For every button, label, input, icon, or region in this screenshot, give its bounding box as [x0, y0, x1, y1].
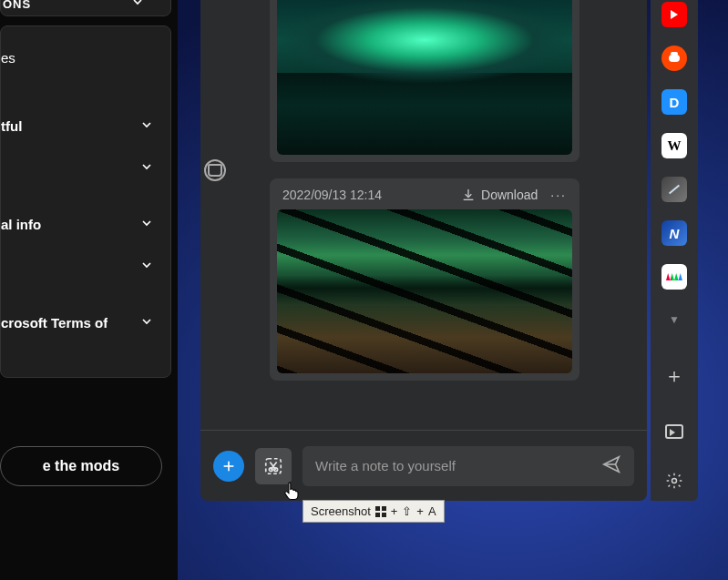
- left-row-blank1[interactable]: [1, 147, 170, 188]
- left-row-tful[interactable]: tful: [1, 105, 170, 147]
- chevron-down-icon: [139, 314, 154, 331]
- note-image-bridge[interactable]: [277, 209, 572, 373]
- add-app-button[interactable]: ＋: [664, 362, 684, 390]
- chevron-down-icon: [130, 0, 170, 13]
- mods-button-label: e the mods: [43, 458, 119, 474]
- row-label: al info: [1, 217, 41, 232]
- note-card[interactable]: 2022/09/13 12:14 Download ···: [270, 178, 579, 381]
- tooltip-plus: +: [391, 504, 398, 518]
- side-app-strip: D W N ▼ ＋: [651, 0, 698, 501]
- section-header-partial: ONS: [1, 0, 130, 11]
- screenshot-button[interactable]: [255, 448, 292, 484]
- mods-button[interactable]: e the mods: [0, 446, 162, 486]
- tooltip-text: Screenshot: [311, 504, 371, 518]
- tooltip-key: A: [428, 504, 436, 518]
- tooltip-plus: +: [416, 504, 424, 518]
- gear-icon[interactable]: [665, 472, 683, 494]
- more-apps-chevron-icon[interactable]: ▼: [669, 313, 680, 326]
- n-app-icon[interactable]: N: [661, 220, 687, 246]
- plus-icon: [221, 459, 236, 473]
- left-row-es[interactable]: es: [1, 41, 170, 74]
- left-main-card: es tful al info crosoft Terms of: [0, 25, 171, 378]
- send-icon[interactable]: [601, 454, 621, 477]
- download-button[interactable]: Download: [461, 188, 538, 202]
- more-menu-icon[interactable]: ···: [550, 188, 567, 202]
- left-row-al-info[interactable]: al info: [1, 203, 170, 245]
- disqus-icon[interactable]: D: [661, 89, 687, 115]
- pen-app-icon[interactable]: [661, 177, 687, 202]
- scissors-crop-icon: [263, 456, 283, 476]
- chevron-down-icon: [139, 216, 154, 233]
- add-button[interactable]: [213, 451, 244, 482]
- download-icon: [461, 188, 476, 202]
- left-settings-column: ONS es tful al info crosoft Terms of e t…: [0, 0, 178, 580]
- left-row-blank2[interactable]: [1, 245, 170, 287]
- shift-key-icon: ⇧: [402, 504, 412, 518]
- chevron-down-icon: [139, 159, 154, 177]
- note-header: 2022/09/13 12:14 Download ···: [277, 186, 572, 209]
- wave-app-icon[interactable]: [661, 264, 687, 290]
- screenshot-tooltip: Screenshot + ⇧ + A: [302, 500, 445, 523]
- chevron-down-icon: [139, 117, 154, 135]
- note-image-aurora[interactable]: [277, 0, 572, 155]
- notes-scroll-area[interactable]: 2022/09/13 12:14 Download ···: [200, 0, 647, 430]
- system-source-icon: [204, 159, 226, 181]
- compose-bar: Write a note to yourself: [200, 430, 647, 501]
- pointer-cursor-icon: [282, 481, 301, 501]
- wikipedia-icon[interactable]: W: [661, 133, 687, 158]
- svg-point-9: [672, 479, 677, 483]
- youtube-icon[interactable]: [661, 2, 687, 27]
- left-row-terms[interactable]: crosoft Terms of: [1, 301, 170, 343]
- row-label: es: [1, 50, 15, 66]
- note-input-placeholder: Write a note to yourself: [315, 458, 456, 473]
- windows-key-icon: [375, 506, 386, 517]
- notes-panel: 2022/09/13 12:14 Download ··· Write a: [200, 0, 647, 501]
- left-top-card[interactable]: ONS: [0, 0, 171, 16]
- download-label: Download: [481, 188, 538, 202]
- collapse-sidebar-icon[interactable]: [665, 424, 683, 439]
- note-input[interactable]: Write a note to yourself: [302, 446, 634, 486]
- chevron-down-icon: [139, 258, 154, 275]
- row-label: crosoft Terms of: [1, 315, 108, 331]
- reddit-icon[interactable]: [661, 46, 687, 71]
- note-timestamp: 2022/09/13 12:14: [282, 188, 382, 202]
- note-card[interactable]: [270, 0, 579, 162]
- row-label: tful: [1, 118, 22, 134]
